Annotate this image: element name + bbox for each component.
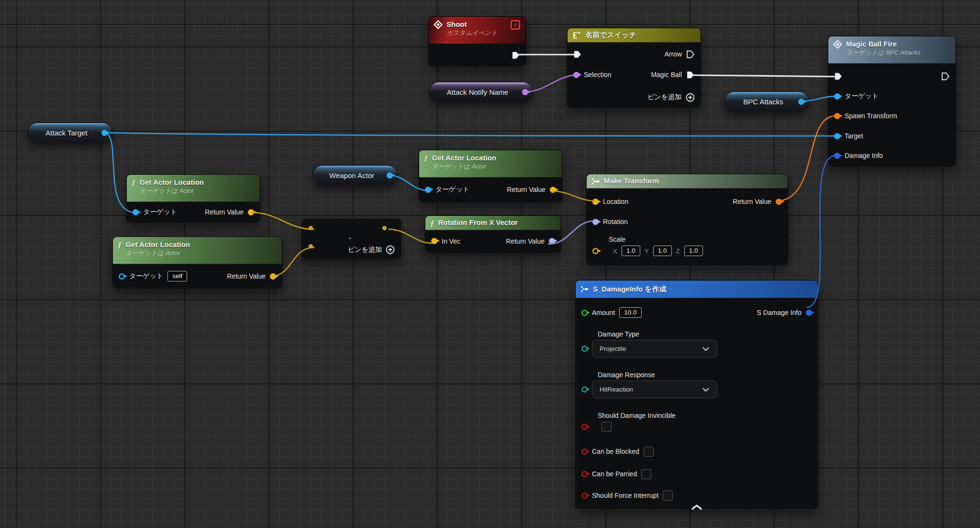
damage-type-dropdown[interactable]: Projectile <box>592 340 717 358</box>
chevron-down-icon <box>702 387 710 392</box>
add-pin-label: ピンを追加 <box>647 93 681 101</box>
node-header[interactable]: ƒ Rotation From X Vector <box>425 216 561 230</box>
pin-label-damage-response: Damage Response <box>598 371 655 379</box>
node-shoot-header[interactable]: Shoot カスタムイベント <box>429 17 526 44</box>
pin-label-should-force-interrupt: Should Force Interrupt <box>592 492 658 499</box>
scale-z-field[interactable]: 1.0 <box>684 246 703 257</box>
node-magic-ball-fire[interactable]: Magic Ball Fire ターゲットは BPC Attacks ターゲット… <box>828 36 956 166</box>
rotation-pin[interactable] <box>592 219 599 225</box>
exec-out-pin[interactable] <box>941 72 950 80</box>
add-pin-icon <box>386 245 395 254</box>
node-subtitle: カスタムイベント <box>446 29 497 37</box>
damage-type-value: Projectile <box>600 345 626 352</box>
damage-response-dropdown[interactable]: HitReaction <box>592 381 717 398</box>
should-force-interrupt-pin[interactable] <box>581 493 588 499</box>
pin-label-target: Target <box>845 132 863 140</box>
pin-label-target: ターゲット <box>129 272 163 281</box>
damage-response-pin[interactable] <box>581 386 588 393</box>
node-shoot-event[interactable]: Shoot カスタムイベント <box>428 16 526 66</box>
node-get-actor-location-1[interactable]: ƒ Get Actor Location ターゲットは Actor ターゲット … <box>126 174 260 223</box>
add-pin-button[interactable]: ピンを追加 <box>647 93 695 102</box>
add-pin-button[interactable]: ピンを追加 <box>348 245 395 254</box>
node-magic-ball-fire-header[interactable]: Magic Ball Fire ターゲットは BPC Attacks <box>828 36 956 64</box>
can-be-blocked-pin[interactable] <box>581 449 588 455</box>
pin-label-target-jp: ターゲット <box>845 92 879 101</box>
scale-pin[interactable] <box>592 248 599 254</box>
node-title: S_DamageInfo を作成 <box>593 285 667 294</box>
can-be-parried-pin[interactable] <box>581 471 588 477</box>
scale-x-field[interactable]: 1.0 <box>622 246 640 257</box>
pin-label-location: Location <box>603 198 628 205</box>
s-damage-info-out-pin[interactable] <box>806 310 812 316</box>
node-header[interactable]: ƒ Get Actor Location ターゲットは Actor <box>127 175 260 202</box>
node-header[interactable]: S_DamageInfo を作成 <box>576 281 818 298</box>
node-header[interactable]: ƒ Get Actor Location ターゲットは Actor <box>113 237 282 264</box>
node-attack-notify-name[interactable]: Attack Notify Name <box>429 82 533 102</box>
node-subtitle: ターゲットは Actor <box>432 163 496 170</box>
variable-label: Attack Target <box>38 129 101 137</box>
pin-label-scale: Scale <box>609 236 625 243</box>
node-subtract[interactable]: - ピンを追加 <box>301 219 401 259</box>
target-self-field[interactable]: self <box>167 271 187 282</box>
should-damage-invincible-checkbox[interactable] <box>601 422 612 432</box>
scale-y-label: Y <box>645 247 649 255</box>
switch-icon <box>572 32 581 39</box>
node-weapon-actor[interactable]: Weapon Actor <box>312 165 398 186</box>
node-bpc-attacks[interactable]: BPC Attacks <box>724 91 809 112</box>
pin-label-damage-type: Damage Type <box>598 330 639 338</box>
return-value-pin[interactable] <box>550 187 556 193</box>
pin-label-return: Return Value <box>507 186 546 193</box>
node-title: Get Actor Location <box>140 178 204 187</box>
make-struct-icon <box>580 285 589 293</box>
node-make-transform[interactable]: Make Transform Location Return Value Rot… <box>586 174 788 265</box>
function-icon: ƒ <box>132 179 136 187</box>
node-get-actor-location-3[interactable]: ƒ Get Actor Location ターゲットは Actor ターゲット … <box>112 236 282 289</box>
node-title: Make Transform <box>604 177 659 186</box>
wire-exec-magic-ball-to-fire[interactable] <box>691 75 836 77</box>
target-in-pin[interactable] <box>425 187 431 193</box>
scale-y-field[interactable]: 1.0 <box>653 246 672 257</box>
collapse-node-button[interactable] <box>576 501 818 512</box>
amount-field[interactable]: 10.0 <box>619 307 641 318</box>
can-be-blocked-checkbox[interactable] <box>644 447 654 457</box>
node-make-s-damage-info[interactable]: S_DamageInfo を作成 Amount 10.0 S Damage In… <box>575 280 818 509</box>
subtract-operator: - <box>348 234 351 242</box>
node-title: Get Actor Location <box>126 240 190 249</box>
node-header[interactable]: ƒ Get Actor Location ターゲットは Actor <box>419 150 562 178</box>
function-icon: ƒ <box>424 154 428 162</box>
pin-label-selection: Selection <box>584 71 612 79</box>
pin-label-amount: Amount <box>592 309 615 316</box>
node-header[interactable]: Make Transform <box>587 174 788 189</box>
exec-in-pin[interactable] <box>573 50 582 58</box>
should-damage-invincible-pin[interactable] <box>581 424 588 430</box>
pin-label-damage-info: Damage Info <box>845 152 883 159</box>
damage-type-pin[interactable] <box>581 346 588 352</box>
event-end-icon[interactable] <box>511 20 520 30</box>
variable-label: Weapon Actor <box>322 171 389 180</box>
function-icon: ƒ <box>430 219 434 227</box>
pin-label-target: ターゲット <box>143 208 177 216</box>
blueprint-graph-canvas[interactable]: Shoot カスタムイベント 名前でスイッチ <box>0 0 980 528</box>
amount-pin[interactable] <box>581 310 588 316</box>
node-title: Get Actor Location <box>432 154 496 163</box>
wire-attack-target-to-target[interactable] <box>104 133 835 136</box>
node-attack-target[interactable]: Attack Target <box>27 123 112 143</box>
add-pin-label: ピンを追加 <box>348 246 382 254</box>
pin-label-in-vec: In Vec <box>442 237 460 245</box>
variable-label: BPC Attacks <box>735 98 797 106</box>
node-get-actor-location-2[interactable]: ƒ Get Actor Location ターゲットは Actor ターゲット … <box>419 150 562 202</box>
target-in-pin[interactable] <box>119 273 125 280</box>
function-call-diamond-icon <box>833 40 842 49</box>
node-switch-header[interactable]: 名前でスイッチ <box>568 28 701 43</box>
variable-label: Attack Notify Name <box>439 88 523 96</box>
subtract-output-pin[interactable] <box>382 226 387 230</box>
pin-label-rotation: Rotation <box>603 218 628 225</box>
should-force-interrupt-checkbox[interactable] <box>663 491 673 501</box>
can-be-parried-checkbox[interactable] <box>641 469 651 479</box>
chevron-down-icon <box>702 347 710 351</box>
make-struct-icon <box>591 178 600 185</box>
exec-out-arrow-pin[interactable] <box>686 50 695 58</box>
node-rotation-from-x-vector[interactable]: ƒ Rotation From X Vector In Vec Return V… <box>425 215 561 252</box>
node-switch-on-name[interactable]: 名前でスイッチ Arrow Selection Magic Ball <box>567 28 701 108</box>
pin-label-return: Return Value <box>506 237 545 245</box>
